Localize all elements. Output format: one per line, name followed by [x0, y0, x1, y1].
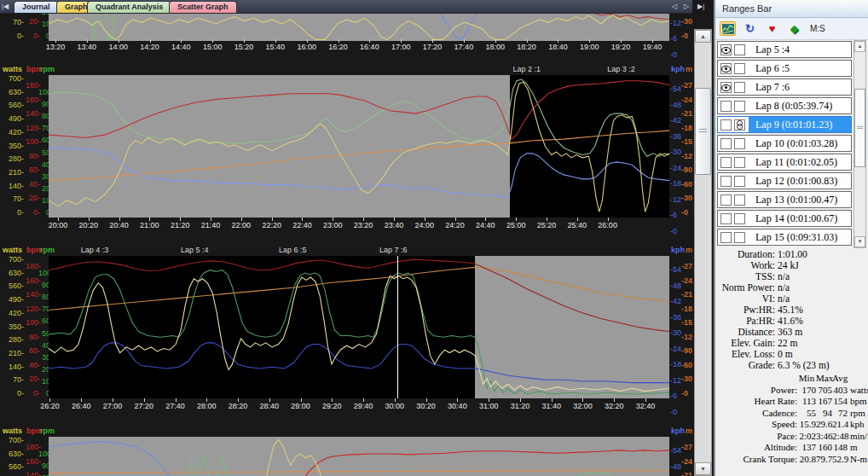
stat-row: Distance:363 m [715, 327, 868, 338]
lap-link-checkbox[interactable] [734, 213, 745, 224]
refresh-icon[interactable]: ↻ [742, 21, 758, 36]
chart-cursor[interactable] [397, 256, 398, 398]
watts-axis-label: 140- [0, 363, 24, 371]
kph-axis-label: -48 [670, 463, 681, 471]
lap-link-checkbox[interactable] [734, 176, 745, 187]
stat-value: n/a [775, 271, 790, 282]
tab-nav-first-icon[interactable]: |◀ [2, 2, 9, 11]
lap-link-checkbox[interactable] [734, 157, 745, 168]
m-axis-label: -120 [681, 153, 692, 160]
diamond-icon[interactable]: ◆ [786, 21, 802, 36]
watts-axis-header: watts [3, 65, 22, 73]
plot-s3[interactable] [49, 256, 669, 398]
time-label: 22:40 [292, 221, 312, 229]
interval-format-label: M:S [810, 24, 825, 33]
lap-row[interactable]: Lap 8 (0:05:39.74) [717, 97, 852, 114]
chart-scrollbar-thumb[interactable] [695, 88, 711, 175]
stat-value: n/a [775, 282, 790, 293]
minmax-min: 113 [797, 396, 816, 408]
lap-visible-checkbox[interactable] [720, 44, 732, 55]
lap-row[interactable]: Lap 7 :6 [717, 78, 852, 96]
lap-link-checkbox[interactable] [734, 82, 745, 93]
stat-label: Work: [715, 260, 775, 271]
minmax-min: 137 [797, 442, 816, 454]
lap-list-scrollbar-thumb[interactable] [854, 89, 865, 167]
time-label: 14:40 [171, 43, 191, 51]
time-label: 22:00 [232, 221, 252, 229]
stat-row: Duration:1:01.00 [715, 249, 868, 260]
lap-link-checkbox[interactable] [734, 101, 745, 112]
chart-area[interactable]: wattsbpmrpmkphm700-630-560-490-420-350-2… [0, 0, 692, 476]
lap-row[interactable]: Lap 11 (0:01:02.05) [717, 154, 852, 171]
stat-value: 24 kJ [775, 260, 799, 271]
watts-axis-label: 700- [0, 256, 24, 264]
minmax-max: 29.6 [816, 419, 832, 431]
kph-axis-label: -36 [670, 314, 681, 322]
lap-list-scrollbar[interactable]: ▲ ▼ [854, 40, 866, 248]
chart-scroll-down-icon[interactable]: ▼ [695, 462, 711, 475]
lap-visible-checkbox[interactable] [720, 63, 732, 74]
heart-icon[interactable]: ♥ [764, 21, 780, 36]
chart-scrollbar[interactable]: ▲ ▼ [694, 29, 712, 476]
lap-visible-checkbox[interactable] [720, 176, 732, 187]
m-axis-label: -30 [681, 18, 692, 26]
tab-journal[interactable]: Journal [14, 1, 59, 13]
lap-link-checkbox[interactable] [734, 138, 745, 149]
tab-scatter-graph[interactable]: Scatter Graph [169, 1, 237, 13]
lap-row[interactable]: Lap 15 (0:09:31.03) [717, 229, 852, 246]
lap-link-checkbox[interactable] [734, 232, 745, 243]
minmax-max: 94 [816, 408, 832, 420]
lap-visible-checkbox[interactable] [720, 232, 732, 243]
kph-axis-label: -12 [670, 377, 681, 385]
minmax-max: 79.7 [816, 454, 832, 466]
lap-visible-checkbox[interactable] [720, 101, 732, 112]
minmax-row: Crank Torque:20.879.752.9N-m [715, 454, 868, 466]
lap-link-checkbox[interactable] [734, 119, 745, 131]
lap-list-scroll-down-icon[interactable]: ▼ [854, 236, 865, 247]
lap-link-checkbox[interactable] [734, 194, 745, 206]
tab-nav-prev-icon[interactable]: ◁ [672, 2, 677, 11]
lap-row[interactable]: Lap 6 :5 [717, 60, 852, 77]
graph-display-icon[interactable] [720, 21, 736, 36]
tab-nav-next-icon[interactable]: ▷ [684, 2, 689, 11]
lap-row[interactable]: Lap 14 (0:01:00.67) [717, 210, 852, 227]
minmax-label: Crank Torque: [715, 454, 797, 466]
plot-s2[interactable] [49, 75, 669, 218]
kph-axis-label: -12 [670, 196, 681, 204]
series-power [49, 82, 669, 212]
lap-list-scroll-up-icon[interactable]: ▲ [854, 41, 865, 52]
lap-link-checkbox[interactable] [734, 44, 745, 55]
lap-row[interactable]: Lap 12 (0:01:00.83) [717, 172, 852, 189]
tab-quadrant-analysis[interactable]: Quadrant Analysis [87, 1, 171, 13]
stat-label: VI: [715, 293, 775, 305]
lap-row[interactable]: Lap 10 (0:01:03.28) [717, 135, 852, 152]
series-cadence [49, 270, 669, 394]
plot-s4[interactable] [49, 437, 669, 476]
lap-region-label: Lap 4 :3 [81, 246, 109, 254]
lap-list: Lap 5 :4Lap 6 :5Lap 7 :6Lap 8 (0:05:39.7… [717, 39, 852, 246]
lap-visible-checkbox[interactable] [720, 119, 732, 131]
time-label: 18:00 [485, 43, 505, 51]
chart-scroll-up-icon[interactable]: ▲ [695, 30, 711, 43]
minmax-avg: 21.4 [832, 419, 848, 431]
kph-axis-label: -0 [670, 51, 677, 59]
kph-axis-label: -12 [670, 20, 681, 27]
minmax-max: 705 [816, 385, 832, 397]
lap-visible-checkbox[interactable] [720, 213, 732, 224]
m-axis-label: -210 [681, 110, 692, 118]
lap-link-checkbox[interactable] [734, 63, 745, 74]
lap-row[interactable]: Lap 13 (0:01:00.47) [717, 191, 852, 208]
series-heart_rate [49, 81, 669, 139]
watts-axis-label: 350- [0, 323, 24, 331]
kph-axis-label: -42 [670, 117, 681, 125]
time-label: 19:20 [611, 43, 631, 51]
lap-visible-checkbox[interactable] [720, 157, 732, 168]
minmax-row: Cadence:559472rpm [715, 408, 868, 420]
lap-row[interactable]: Lap 5 :4 [717, 41, 852, 58]
lap-visible-checkbox[interactable] [720, 194, 732, 206]
lap-visible-checkbox[interactable] [720, 138, 732, 149]
lap-row[interactable]: Lap 9 (0:01:01.23) [717, 116, 852, 133]
tab-nav-last-icon[interactable]: ▶| [697, 2, 704, 11]
lap-visible-checkbox[interactable] [720, 82, 732, 93]
time-label: 21:00 [140, 221, 159, 229]
